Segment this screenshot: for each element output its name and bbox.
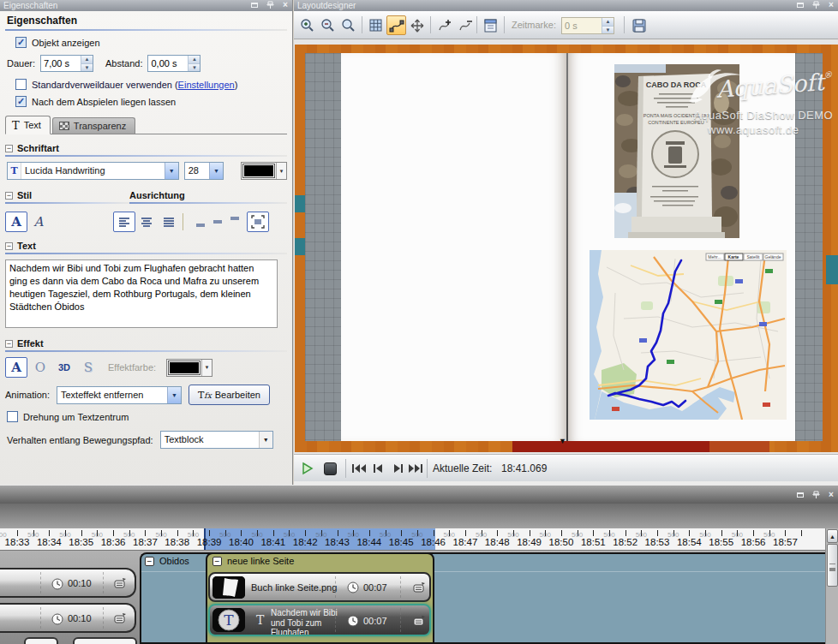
font-color-picker[interactable]: ▼ (241, 162, 287, 180)
close-icon[interactable]: × (827, 491, 835, 499)
animation-select[interactable]: Texteffekt entfernen ▼ (57, 386, 182, 404)
align-center-button[interactable] (135, 212, 158, 232)
play-button[interactable] (297, 458, 318, 479)
fit-text-button[interactable] (247, 212, 269, 232)
map-button-mehr[interactable]: Mehr... (708, 254, 721, 259)
zoom-out-button[interactable] (318, 15, 338, 35)
tab-text[interactable]: T Text (5, 116, 51, 134)
skip-end-button[interactable] (405, 458, 426, 479)
abstand-spinner[interactable]: ▲▼ (147, 55, 201, 72)
properties-heading: Eigenschaften (5, 13, 287, 29)
font-size-select[interactable]: 28 ▼ (184, 162, 224, 180)
zoom-in-icon (300, 18, 314, 33)
abstand-input[interactable] (148, 56, 188, 71)
current-time-value: 18:41.069 (501, 462, 547, 474)
skip-start-button[interactable] (349, 458, 369, 479)
close-icon[interactable]: × (281, 1, 290, 9)
add-path-point-button[interactable] (434, 15, 454, 35)
minimize-icon[interactable] (796, 491, 805, 499)
collapse-icon[interactable]: − (5, 242, 13, 250)
map-button-karte[interactable]: Karte (728, 254, 739, 259)
valign-top-button[interactable] (226, 212, 243, 232)
effect-outline-button[interactable]: O (29, 357, 51, 378)
timeline-item-buch-seite[interactable]: Buch linke Seite.png 00:07 (208, 572, 431, 602)
effect-plain-button[interactable]: A (5, 357, 27, 378)
move-path-button[interactable] (407, 15, 427, 35)
std-dwell-label: Standardverweildauer verwenden ( (32, 80, 178, 90)
pin-icon[interactable] (811, 1, 820, 9)
grid-button[interactable] (366, 15, 386, 35)
route-map-photo[interactable]: Mehr... Karte Satellit Gelände (590, 250, 787, 420)
show-object-row: ✓ Objekt anzeigen (15, 37, 287, 48)
stop-icon (324, 462, 337, 475)
pin-icon[interactable] (266, 1, 274, 9)
timeline-vertical-scrollbar[interactable]: ▲ (825, 528, 838, 644)
effect-color-picker[interactable]: ▼ (166, 359, 212, 377)
font-bold-button[interactable]: A (5, 212, 27, 232)
delete-icon[interactable] (113, 577, 127, 589)
font-family-select[interactable]: T Lucida Handwriting ▼ (7, 162, 179, 180)
dauer-down-icon: ▼ (81, 64, 93, 72)
timeline-item-partial-1[interactable] (24, 637, 58, 644)
scrollbar-thumb[interactable] (827, 544, 838, 587)
tab-transparenz[interactable]: Transparenz (52, 117, 135, 134)
timeline-item-prev-2[interactable]: 00:10 (0, 603, 136, 633)
effect-shadow-button[interactable]: S (77, 357, 99, 378)
layout-canvas[interactable]: ▼ CABO DA ROCA PON (294, 39, 838, 454)
show-object-checkbox[interactable]: ✓ (15, 37, 27, 48)
valign-middle-button[interactable] (209, 212, 226, 232)
zoom-in-button[interactable] (297, 15, 317, 35)
collapse-icon[interactable]: − (5, 192, 13, 200)
timeline-item-text-selected[interactable]: T T Nachdem wir Bibi und Tobi zum Flugha… (208, 604, 431, 636)
align-left-icon (118, 217, 130, 227)
step-forward-icon (393, 463, 404, 474)
save-layout-button[interactable] (629, 15, 649, 35)
keep-after-play-checkbox[interactable]: ✓ (15, 96, 27, 107)
font-italic-button[interactable]: A (27, 212, 50, 232)
map-type-buttons[interactable]: Mehr... Karte Satellit Gelände (706, 253, 783, 260)
valign-bottom-button[interactable] (192, 212, 209, 232)
layout-designer-title: Layoutdesigner (297, 1, 356, 10)
timeline-panel: × 50018:3350018:3450018:3550018:3650018:… (0, 485, 838, 644)
path-behavior-select[interactable]: Textblock ▼ (160, 431, 273, 449)
pin-icon[interactable] (811, 491, 820, 499)
rotation-checkbox[interactable] (7, 411, 18, 422)
timeline-item-prev-1[interactable]: 00:10 (0, 568, 136, 598)
minimize-icon[interactable] (250, 1, 259, 9)
text-content-input[interactable]: Nachdem wir Bibi und Tobi zum Flughafen … (5, 259, 278, 328)
step-back-button[interactable] (368, 458, 388, 479)
collapse-icon[interactable]: − (5, 340, 13, 348)
align-justify-button[interactable] (158, 212, 180, 232)
delete-icon[interactable] (113, 612, 127, 624)
collapse-icon[interactable]: − (5, 145, 13, 152)
zoom-reset-button[interactable] (338, 15, 358, 35)
fit-text-icon (251, 215, 265, 229)
group-neue-linke-seite[interactable]: − neue linke Seite Buch linke Seite.png … (206, 552, 434, 644)
timeline-ruler[interactable]: 50018:3350018:3450018:3550018:3650018:37… (0, 528, 825, 551)
dauer-spinner[interactable]: ▲▼ (40, 55, 93, 72)
stop-button[interactable] (320, 458, 340, 479)
close-icon[interactable]: × (827, 1, 835, 9)
object-panel-button[interactable] (481, 15, 500, 35)
timeline-item-partial-2[interactable] (73, 637, 137, 644)
map-button-satellit[interactable]: Satellit (746, 254, 760, 259)
align-left-button[interactable] (113, 212, 135, 232)
animation-row: Animation: Texteffekt entfernen ▼ Tfx Be… (5, 385, 287, 405)
monument-photo[interactable]: CABO DA ROCA PONTA MAIS OCIDENTAL DO CON… (614, 64, 739, 238)
edit-text-effect-button[interactable]: Tfx Bearbeiten (189, 385, 270, 405)
std-dwell-checkbox[interactable] (15, 79, 27, 90)
collapse-group-icon[interactable]: − (212, 557, 222, 566)
einstellungen-link[interactable]: Einstellungen (178, 80, 235, 90)
delete-icon[interactable] (412, 581, 426, 593)
dauer-input[interactable] (41, 56, 81, 71)
minimize-icon[interactable] (796, 1, 805, 9)
remove-path-point-button[interactable] (455, 15, 475, 35)
scroll-up-button[interactable]: ▲ (827, 529, 838, 543)
effect-3d-button[interactable]: 3D (53, 357, 75, 378)
motion-path-button[interactable] (386, 15, 406, 35)
path-marker-icon[interactable]: ▼ (559, 437, 566, 445)
valign-middle-icon (212, 217, 223, 227)
map-button-gelaende[interactable]: Gelände (765, 254, 781, 259)
delete-icon[interactable] (412, 615, 426, 627)
collapse-group-icon[interactable]: − (145, 557, 154, 566)
